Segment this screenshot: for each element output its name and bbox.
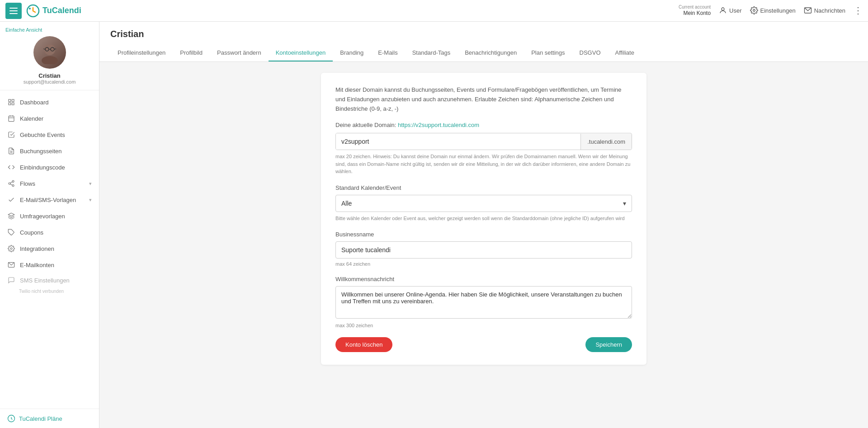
domain-input[interactable] <box>336 133 580 150</box>
standard-kalender-select-row: Alle ▾ <box>335 195 632 212</box>
sidebar-item-email-sms-vorlagen[interactable]: E-Mail/SMS-Vorlagen ▾ <box>0 192 99 208</box>
svg-rect-2 <box>9 13 18 14</box>
sidebar-bottom: TuCalendi Pläne <box>0 409 99 428</box>
plans-label: TuCalendi Pläne <box>19 415 62 422</box>
tab-passwort-aendern[interactable]: Passwort ändern <box>210 45 269 61</box>
user-button[interactable]: User <box>719 6 741 14</box>
settings-button[interactable]: Einstellungen <box>750 6 796 14</box>
flows-icon <box>7 179 15 188</box>
svg-rect-18 <box>12 103 14 105</box>
svg-point-5 <box>722 8 724 10</box>
tab-standard-tags[interactable]: Standard-Tags <box>405 45 458 61</box>
messages-button[interactable]: Nachrichten <box>804 6 845 14</box>
menu-button[interactable] <box>5 3 22 19</box>
form-description: Mit dieser Domain kannst du Buchungsseit… <box>335 85 632 113</box>
tab-profilbild[interactable]: Profilbild <box>173 45 210 61</box>
svg-line-28 <box>10 184 13 185</box>
tab-e-mails[interactable]: E-Mails <box>371 45 405 61</box>
businessname-hint: max 64 zeichen <box>335 261 632 267</box>
logo-text: TuCalendi <box>42 6 81 15</box>
sidebar-item-sms-einstellungen[interactable]: SMS Einstellungen Twilio nicht verbunden <box>0 273 99 297</box>
svg-rect-16 <box>12 99 14 102</box>
grid-icon <box>7 98 15 106</box>
settings-label: Einstellungen <box>760 7 796 14</box>
willkommensnachricht-textarea[interactable]: Willkommen bei unserer Online-Agenda. Hi… <box>335 286 632 319</box>
calendar-icon <box>7 114 15 122</box>
tab-affiliate[interactable]: Affiliate <box>608 45 642 61</box>
layers-icon <box>7 212 15 220</box>
svg-rect-1 <box>9 10 18 11</box>
logo[interactable]: TuCalendi <box>26 4 81 18</box>
svg-point-4 <box>29 8 31 9</box>
sidebar-item-email-sms-label: E-Mail/SMS-Vorlagen <box>20 197 76 203</box>
code-icon <box>7 163 15 171</box>
willkommensnachricht-hint: max 300 zeichen <box>335 323 632 328</box>
sidebar-item-coupons-label: Coupons <box>20 229 43 236</box>
message-circle-icon <box>7 276 15 284</box>
sidebar-user-email: support@tucalendi.com <box>24 79 76 85</box>
sidebar-item-dashboard[interactable]: Dashboard <box>0 94 99 110</box>
domain-hint: max 20 zeichen. Hinweis: Du kannst deine… <box>335 153 632 175</box>
sidebar-user-name: Cristian <box>38 72 60 79</box>
sidebar-item-gebuchte-events-label: Gebuchte Events <box>20 132 65 138</box>
more-options-button[interactable]: ⋮ <box>854 5 863 16</box>
sidebar-item-integrationen-label: Integrationen <box>20 245 54 252</box>
tab-plan-settings[interactable]: Plan settings <box>524 45 572 61</box>
current-domain-link[interactable]: https://v2support.tucalendi.com <box>398 122 479 128</box>
email-sms-arrow-icon: ▾ <box>89 197 92 203</box>
save-button[interactable]: Speichern <box>585 337 632 352</box>
sidebar-item-emailkonten[interactable]: E-Mailkonten <box>0 257 99 273</box>
sidebar-item-dashboard-label: Dashboard <box>20 99 49 106</box>
tucalendi-plans-link[interactable]: TuCalendi Pläne <box>7 414 92 423</box>
sidebar-item-coupons[interactable]: Coupons <box>0 224 99 240</box>
settings-icon <box>7 245 15 253</box>
delete-account-button[interactable]: Konto löschen <box>335 337 392 352</box>
check-square-icon <box>7 131 15 139</box>
svg-marker-30 <box>8 213 14 216</box>
tab-benachrichtigungen[interactable]: Benachrichtigungen <box>458 45 524 61</box>
svg-rect-17 <box>9 103 11 105</box>
einfache-ansicht-link[interactable]: Einfache Ansicht <box>5 27 42 33</box>
svg-rect-15 <box>9 99 11 102</box>
sidebar-item-integrationen[interactable]: Integrationen <box>0 240 99 257</box>
tabs: Profileinstellungen Profilbild Passwort … <box>110 45 857 61</box>
sidebar-item-buchungsseiten-label: Buchungsseiten <box>20 148 62 155</box>
svg-point-9 <box>42 56 58 64</box>
standard-kalender-hint: Bitte wähle den Kalender oder Event aus,… <box>335 215 632 222</box>
tab-branding[interactable]: Branding <box>333 45 371 61</box>
tab-profileinstellungen[interactable]: Profileinstellungen <box>110 45 173 61</box>
settings-card: Mit dieser Domain kannst du Buchungsseit… <box>321 73 646 365</box>
sidebar-item-sms-sublabel: Twilio nicht verbunden <box>7 289 64 294</box>
tag-icon <box>7 228 15 236</box>
businessname-label: Businessname <box>335 231 632 238</box>
flows-arrow-icon: ▾ <box>89 181 92 187</box>
svg-point-27 <box>12 185 14 187</box>
email-sms-icon <box>7 196 15 204</box>
sidebar-item-sms-label: SMS Einstellungen <box>20 277 70 284</box>
svg-point-6 <box>753 9 755 12</box>
sidebar-item-flows[interactable]: Flows ▾ <box>0 175 99 192</box>
sidebar-item-einbindungscode[interactable]: Einbindungscode <box>0 159 99 175</box>
messages-label: Nachrichten <box>814 7 845 14</box>
businessname-input[interactable] <box>335 241 632 259</box>
tab-dsgvo[interactable]: DSGVO <box>572 45 608 61</box>
standard-kalender-select[interactable]: Alle <box>336 195 618 212</box>
domain-suffix: .tucalendi.com <box>580 134 632 150</box>
sidebar-nav: Dashboard Kalender Gebuchte Events <box>0 90 99 409</box>
sidebar-item-umfragevorlagen[interactable]: Umfragevorlagen <box>0 208 99 224</box>
file-text-icon <box>7 147 15 155</box>
sidebar-item-gebuchte-events[interactable]: Gebuchte Events <box>0 127 99 143</box>
sidebar-item-kalender-label: Kalender <box>20 115 43 122</box>
svg-point-32 <box>10 248 12 249</box>
select-arrow-icon: ▾ <box>618 200 632 207</box>
sidebar-item-kalender[interactable]: Kalender <box>0 110 99 127</box>
svg-line-29 <box>10 182 13 183</box>
svg-rect-0 <box>9 8 18 9</box>
sidebar-item-buchungsseiten[interactable]: Buchungsseiten <box>0 143 99 159</box>
svg-rect-19 <box>9 116 14 122</box>
main-content: Cristian Profileinstellungen Profilbild … <box>99 22 868 428</box>
willkommensnachricht-label: Willkommensnachricht <box>335 276 632 282</box>
tab-kontoeinstellungen[interactable]: Kontoeinstellungen <box>269 45 333 61</box>
user-label: User <box>729 7 741 14</box>
content-header: Cristian Profileinstellungen Profilbild … <box>99 22 868 62</box>
